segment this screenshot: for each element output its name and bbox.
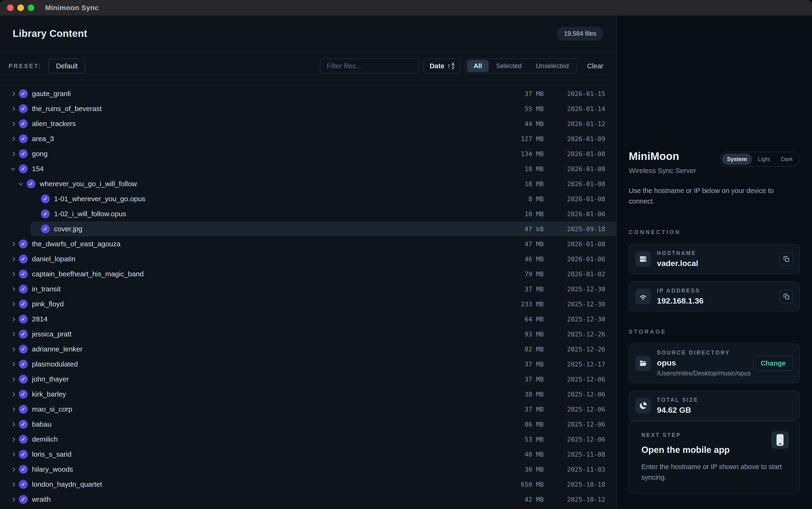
- tab-selected[interactable]: Selected: [490, 60, 528, 72]
- file-row[interactable]: ✓the_dwarfs_of_east_agouza47 MB2026-01-0…: [0, 236, 616, 251]
- file-row[interactable]: ✓15418 MB2026-01-08: [0, 161, 616, 176]
- clear-filters-button[interactable]: Clear: [586, 62, 605, 70]
- file-row[interactable]: ✓mao_si_corp37 MB2025-12-06: [0, 402, 616, 417]
- tab-unselected[interactable]: Unselected: [529, 60, 575, 72]
- file-row[interactable]: ✓gaute_granli37 MB2026-01-15: [0, 86, 616, 101]
- chevron-right-icon[interactable]: [9, 107, 17, 110]
- file-row[interactable]: ✓adrianne_lenker82 MB2025-12-26: [0, 342, 616, 357]
- chevron-right-icon[interactable]: [9, 453, 17, 456]
- chevron-right-icon[interactable]: [9, 258, 17, 261]
- chevron-down-icon[interactable]: [9, 167, 17, 170]
- chevron-down-icon[interactable]: [17, 182, 24, 185]
- chevron-right-icon[interactable]: [9, 363, 17, 366]
- chevron-right-icon[interactable]: [9, 408, 17, 411]
- file-row[interactable]: ✓london_haydn_quartet650 MB2025-10-18: [0, 477, 616, 492]
- chevron-right-icon[interactable]: [9, 303, 17, 306]
- chevron-right-icon[interactable]: [9, 152, 17, 156]
- chevron-right-icon[interactable]: [9, 393, 17, 396]
- file-row[interactable]: ✓gong134 MB2026-01-08: [0, 146, 616, 161]
- file-row[interactable]: ✓babau86 MB2025-12-06: [0, 417, 616, 432]
- tab-all[interactable]: All: [467, 60, 489, 72]
- chevron-right-icon[interactable]: [9, 92, 17, 95]
- theme-option-system[interactable]: System: [722, 154, 752, 165]
- selected-checkbox[interactable]: ✓: [19, 435, 28, 444]
- selected-checkbox[interactable]: ✓: [19, 495, 28, 504]
- chevron-right-icon[interactable]: [9, 498, 17, 501]
- chevron-right-icon[interactable]: [9, 468, 17, 471]
- selected-checkbox[interactable]: ✓: [19, 239, 28, 248]
- selected-checkbox[interactable]: ✓: [19, 300, 28, 308]
- file-row[interactable]: ✓wherever_you_go_i_will_follow18 MB2026-…: [0, 176, 616, 191]
- selected-checkbox[interactable]: ✓: [19, 284, 28, 294]
- file-row[interactable]: ✓captain_beefheart_his_magic_band79 MB20…: [0, 267, 616, 281]
- chevron-right-icon[interactable]: [9, 273, 17, 276]
- minimize-window-button[interactable]: [18, 4, 24, 11]
- file-row[interactable]: ✓demilich53 MB2025-12-06: [0, 432, 616, 447]
- chevron-right-icon[interactable]: [9, 122, 17, 125]
- preset-selector-button[interactable]: Default: [48, 59, 86, 73]
- file-row[interactable]: ✓the_ruins_of_beverast55 MB2026-01-14: [0, 101, 616, 116]
- file-row[interactable]: ✓281464 MB2025-12-30: [0, 311, 616, 327]
- chevron-right-icon[interactable]: [9, 333, 17, 336]
- file-row[interactable]: ✓1-02_i_will_follow.opus10 MB2026-01-06: [31, 206, 616, 222]
- selected-checkbox[interactable]: ✓: [19, 254, 28, 264]
- selected-checkbox[interactable]: ✓: [41, 194, 50, 203]
- file-row[interactable]: ✓kirk_barley38 MB2025-12-06: [0, 387, 616, 402]
- copy-hostname-button[interactable]: [780, 252, 793, 266]
- file-size: 37 MB: [504, 285, 544, 293]
- selected-checkbox[interactable]: ✓: [19, 149, 28, 158]
- file-row[interactable]: ✓daniel_lopatin46 MB2026-01-06: [0, 251, 616, 267]
- selected-checkbox[interactable]: ✓: [19, 270, 28, 278]
- file-row[interactable]: ✓plasmodulated37 MB2025-12-17: [0, 357, 616, 372]
- file-row[interactable]: ✓hilary_woods30 MB2025-11-03: [0, 462, 616, 477]
- copy-ip-button[interactable]: [780, 290, 793, 303]
- chevron-right-icon[interactable]: [9, 318, 17, 321]
- file-row[interactable]: ✓pink_floyd233 MB2025-12-30: [0, 297, 616, 311]
- selected-checkbox[interactable]: ✓: [19, 420, 28, 429]
- file-row[interactable]: ✓in_transit37 MB2025-12-30: [0, 281, 616, 297]
- selected-checkbox[interactable]: ✓: [27, 179, 35, 188]
- file-size: 79 MB: [504, 270, 544, 278]
- selected-checkbox[interactable]: ✓: [19, 465, 28, 474]
- sort-by-date-button[interactable]: Date ↑ AZ: [423, 59, 460, 73]
- selected-checkbox[interactable]: ✓: [19, 375, 28, 384]
- theme-option-light[interactable]: Light: [753, 154, 775, 165]
- file-row[interactable]: ✓area_3127 MB2026-01-09: [0, 131, 616, 146]
- selected-checkbox[interactable]: ✓: [19, 89, 28, 98]
- file-row[interactable]: ✓cover.jpg47 kB2025-09-18: [31, 222, 616, 236]
- chevron-right-icon[interactable]: [9, 423, 17, 426]
- chevron-right-icon[interactable]: [9, 287, 17, 291]
- selected-checkbox[interactable]: ✓: [19, 134, 28, 143]
- file-row[interactable]: ✓1-01_wherever_you_go.opus8 MB2026-01-08: [31, 191, 616, 206]
- selected-checkbox[interactable]: ✓: [19, 315, 28, 324]
- selected-checkbox[interactable]: ✓: [19, 119, 28, 128]
- selected-checkbox[interactable]: ✓: [19, 405, 28, 414]
- file-row[interactable]: ✓loris_s_sarid40 MB2025-11-08: [0, 447, 616, 462]
- chevron-right-icon[interactable]: [9, 242, 17, 245]
- chevron-right-icon[interactable]: [9, 483, 17, 486]
- theme-option-dark[interactable]: Dark: [776, 154, 798, 165]
- selected-checkbox[interactable]: ✓: [19, 330, 28, 339]
- file-row[interactable]: ✓alien_trackers44 MB2026-01-12: [0, 116, 616, 131]
- file-row[interactable]: ✓jessica_pratt93 MB2025-12-26: [0, 327, 616, 342]
- zoom-window-button[interactable]: [28, 4, 34, 11]
- chevron-right-icon[interactable]: [9, 438, 17, 441]
- selected-checkbox[interactable]: ✓: [19, 360, 28, 369]
- selected-checkbox[interactable]: ✓: [19, 345, 28, 353]
- filter-files-input[interactable]: [320, 59, 419, 73]
- selected-checkbox[interactable]: ✓: [19, 104, 28, 113]
- selected-checkbox[interactable]: ✓: [41, 225, 50, 233]
- selected-checkbox[interactable]: ✓: [19, 390, 28, 399]
- selected-checkbox[interactable]: ✓: [19, 164, 28, 173]
- chevron-right-icon[interactable]: [9, 137, 17, 140]
- selected-checkbox[interactable]: ✓: [19, 450, 28, 459]
- chevron-right-icon[interactable]: [9, 348, 17, 351]
- selected-checkbox[interactable]: ✓: [19, 480, 28, 489]
- chevron-right-icon[interactable]: [9, 378, 17, 381]
- close-window-button[interactable]: [7, 4, 13, 11]
- file-row[interactable]: ✓john_thayer37 MB2025-12-06: [0, 372, 616, 387]
- file-row[interactable]: ✓wraith42 MB2025-10-12: [0, 492, 616, 507]
- change-directory-button[interactable]: Change: [753, 356, 793, 371]
- file-date: 2026-01-08: [544, 240, 605, 248]
- selected-checkbox[interactable]: ✓: [41, 209, 50, 218]
